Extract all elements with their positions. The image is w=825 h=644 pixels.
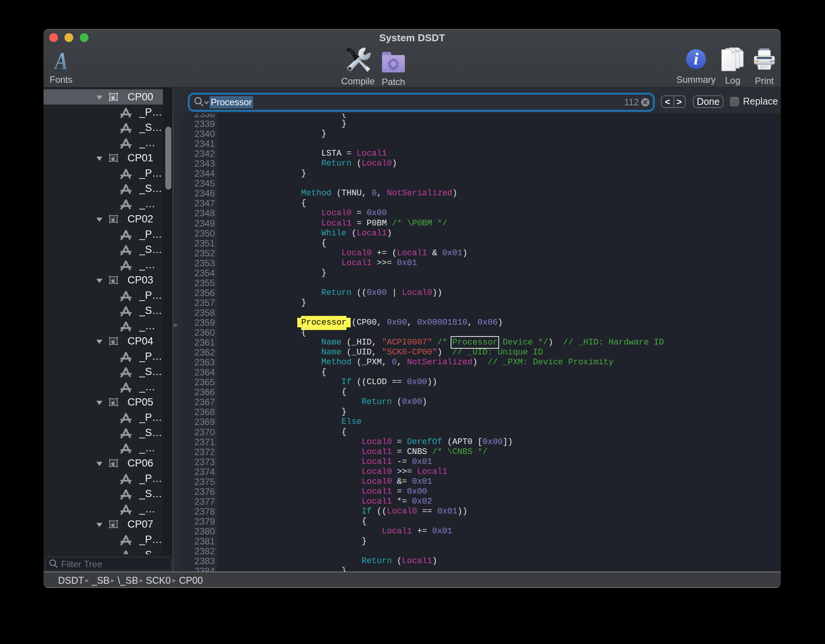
svg-text:A: A [53,50,68,72]
svg-text:i: i [694,50,699,68]
